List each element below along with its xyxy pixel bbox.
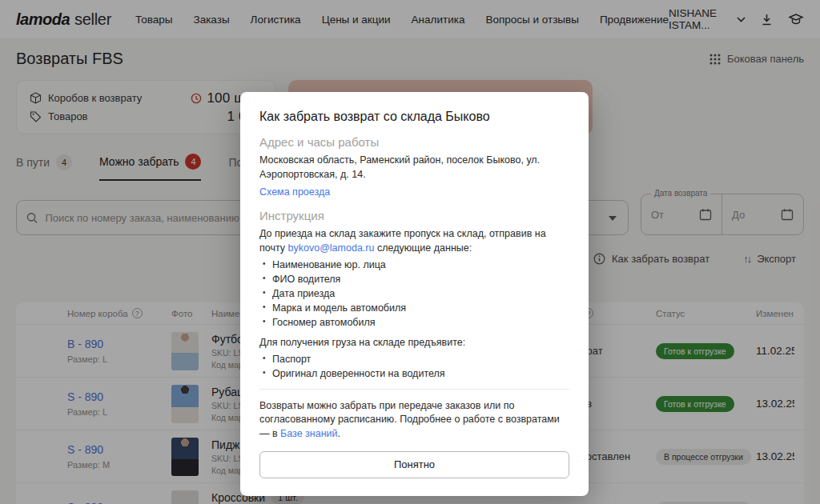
returns-fbs-page: lamoda seller Товары Заказы Логистика Це… xyxy=(0,0,820,504)
list-item: Марка и модель автомобиля xyxy=(263,302,569,314)
list-item: Госномер автомобиля xyxy=(263,317,569,328)
instruction-text: До приезда на склад закажите пропуск на … xyxy=(259,227,569,256)
knowledge-base-link[interactable]: Базе знаний xyxy=(280,428,337,439)
modal-title: Как забрать возврат со склада Быково xyxy=(259,110,569,124)
cargo-docs-list: Паспорт Оригинал доверенности на водител… xyxy=(263,354,569,379)
confirm-button[interactable]: Понятно xyxy=(259,451,569,478)
schedule-note: Возвраты можно забрать при передаче зака… xyxy=(259,399,569,442)
address-text: Московская область, Раменский район, пос… xyxy=(259,154,569,182)
modal-divider xyxy=(259,389,569,390)
email-link[interactable]: bykovo@lamoda.ru xyxy=(288,242,375,254)
cargo-heading: Для получения груза на складе предъявите… xyxy=(259,336,569,350)
address-heading: Адрес и часы работы xyxy=(259,135,569,149)
list-item: Оригинал доверенности на водителя xyxy=(263,368,569,379)
list-item: Наименование юр. лица xyxy=(263,259,569,270)
pickup-instructions-modal: Как забрать возврат со склада Быково Адр… xyxy=(240,92,589,496)
instruction-heading: Инструкция xyxy=(259,209,569,222)
list-item: Паспорт xyxy=(263,354,569,365)
list-item: ФИО водителя xyxy=(263,274,569,285)
pass-data-list: Наименование юр. лица ФИО водителя Дата … xyxy=(263,259,569,328)
map-link[interactable]: Схема проезда xyxy=(259,186,330,198)
list-item: Дата приезда xyxy=(263,288,569,299)
